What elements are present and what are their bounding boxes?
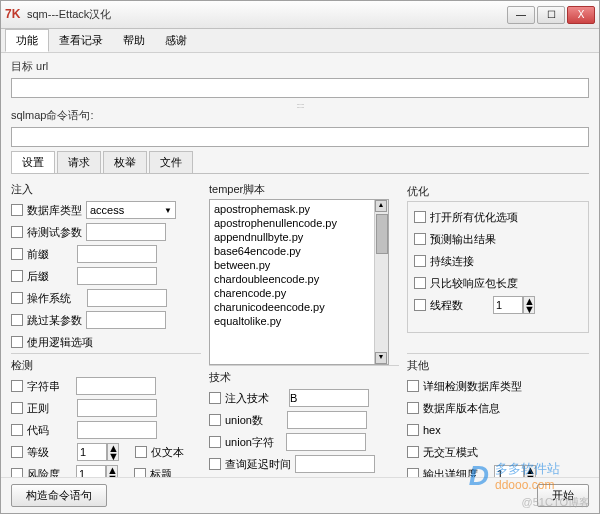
list-item[interactable]: chardoubleencode.py — [214, 272, 384, 286]
list-item[interactable]: apostrophemask.py — [214, 202, 384, 216]
menu-help[interactable]: 帮助 — [113, 30, 155, 51]
sqlmap-cmd-label: sqlmap命令语句: — [11, 108, 94, 123]
temper-header: temper脚本 — [209, 180, 399, 199]
lbl-testparam: 待测试参数 — [27, 225, 82, 240]
threads-spinner[interactable]: ▲▼ — [523, 296, 535, 314]
risk-spinner[interactable]: ▲▼ — [106, 465, 118, 477]
build-command-button[interactable]: 构造命令语句 — [11, 484, 107, 507]
maximize-button[interactable]: ☐ — [537, 6, 565, 24]
input-unionnum[interactable] — [287, 411, 367, 429]
minimize-button[interactable]: — — [507, 6, 535, 24]
lbl-textonly: 仅文本 — [151, 445, 184, 460]
chk-os[interactable] — [11, 292, 23, 304]
chk-title[interactable] — [134, 468, 146, 477]
lbl-suffix: 后缀 — [27, 269, 49, 284]
input-delay[interactable] — [295, 455, 375, 473]
lbl-nointer: 无交互模式 — [423, 445, 478, 460]
chk-dbtype[interactable] — [11, 204, 23, 216]
input-unionchar[interactable] — [286, 433, 366, 451]
app-icon: 7K — [5, 7, 21, 23]
temper-listbox[interactable]: apostrophemask.py apostrophenullencode.p… — [209, 199, 389, 365]
tab-request[interactable]: 请求 — [57, 151, 101, 173]
lbl-os: 操作系统 — [27, 291, 71, 306]
sqlmap-cmd-input[interactable] — [11, 127, 589, 147]
risk-input[interactable] — [76, 465, 106, 477]
threads-input[interactable] — [493, 296, 523, 314]
scroll-down-icon[interactable]: ▼ — [375, 352, 387, 364]
list-item[interactable]: appendnullbyte.py — [214, 230, 384, 244]
verbose-spinner[interactable]: ▲▼ — [524, 465, 536, 477]
tech-header: 技术 — [209, 368, 399, 387]
detect-header: 检测 — [11, 356, 201, 375]
lbl-prefix: 前缀 — [27, 247, 49, 262]
input-code[interactable] — [77, 421, 157, 439]
chk-hex[interactable] — [407, 424, 419, 436]
input-testparam[interactable] — [86, 223, 166, 241]
list-item[interactable]: equaltolike.py — [214, 314, 384, 328]
optimize-header: 优化 — [407, 182, 589, 201]
chk-code[interactable] — [11, 424, 23, 436]
chk-unionchar[interactable] — [209, 436, 221, 448]
chk-threads[interactable] — [414, 299, 426, 311]
chk-unionnum[interactable] — [209, 414, 221, 426]
lbl-code: 代码 — [27, 423, 49, 438]
lbl-regex: 正则 — [27, 401, 49, 416]
chk-logic[interactable] — [11, 336, 23, 348]
chk-regex[interactable] — [11, 402, 23, 414]
lbl-level: 等级 — [27, 445, 49, 460]
input-suffix[interactable] — [77, 267, 157, 285]
inject-header: 注入 — [11, 180, 201, 199]
other-header: 其他 — [407, 356, 589, 375]
tab-settings[interactable]: 设置 — [11, 151, 55, 173]
input-string[interactable] — [76, 377, 156, 395]
combo-dbtype[interactable]: access▼ — [86, 201, 176, 219]
chk-suffix[interactable] — [11, 270, 23, 282]
close-button[interactable]: X — [567, 6, 595, 24]
chk-skip[interactable] — [11, 314, 23, 326]
lbl-logic: 使用逻辑选项 — [27, 335, 93, 350]
list-item[interactable]: charencode.py — [214, 286, 384, 300]
start-button[interactable]: 开始 — [537, 484, 589, 507]
tab-enum[interactable]: 枚举 — [103, 151, 147, 173]
lbl-predict: 预测输出结果 — [430, 232, 496, 247]
chk-opt-all[interactable] — [414, 211, 426, 223]
menu-history[interactable]: 查看记录 — [49, 30, 113, 51]
lbl-hex: hex — [423, 424, 441, 436]
chk-detaildb[interactable] — [407, 380, 419, 392]
verbose-input[interactable] — [494, 465, 524, 477]
input-os[interactable] — [87, 289, 167, 307]
chk-injtech[interactable] — [209, 392, 221, 404]
chk-nointer[interactable] — [407, 446, 419, 458]
chk-textonly[interactable] — [135, 446, 147, 458]
level-spinner[interactable]: ▲▼ — [107, 443, 119, 461]
chk-testparam[interactable] — [11, 226, 23, 238]
target-url-input[interactable] — [11, 78, 589, 98]
chk-onlylen[interactable] — [414, 277, 426, 289]
menu-function[interactable]: 功能 — [5, 29, 49, 52]
list-item[interactable]: base64encode.py — [214, 244, 384, 258]
scroll-up-icon[interactable]: ▲ — [375, 200, 387, 212]
input-regex[interactable] — [77, 399, 157, 417]
chk-predict[interactable] — [414, 233, 426, 245]
list-item[interactable]: apostrophenullencode.py — [214, 216, 384, 230]
chk-verbose[interactable] — [407, 468, 419, 477]
chk-string[interactable] — [11, 380, 23, 392]
input-skip[interactable] — [86, 311, 166, 329]
input-prefix[interactable] — [77, 245, 157, 263]
scroll-thumb[interactable] — [376, 214, 388, 254]
chk-level[interactable] — [11, 446, 23, 458]
chk-risk[interactable] — [11, 468, 23, 477]
scrollbar[interactable]: ▲ ▼ — [374, 200, 388, 364]
chk-keep[interactable] — [414, 255, 426, 267]
input-injtech[interactable] — [289, 389, 369, 407]
list-item[interactable]: charunicodeencode.py — [214, 300, 384, 314]
menu-thanks[interactable]: 感谢 — [155, 30, 197, 51]
lbl-delay: 查询延迟时间 — [225, 457, 291, 472]
chk-prefix[interactable] — [11, 248, 23, 260]
list-item[interactable]: between.py — [214, 258, 384, 272]
tab-file[interactable]: 文件 — [149, 151, 193, 173]
level-input[interactable] — [77, 443, 107, 461]
chk-dbver[interactable] — [407, 402, 419, 414]
chk-delay[interactable] — [209, 458, 221, 470]
lbl-opt-all: 打开所有优化选项 — [430, 210, 518, 225]
